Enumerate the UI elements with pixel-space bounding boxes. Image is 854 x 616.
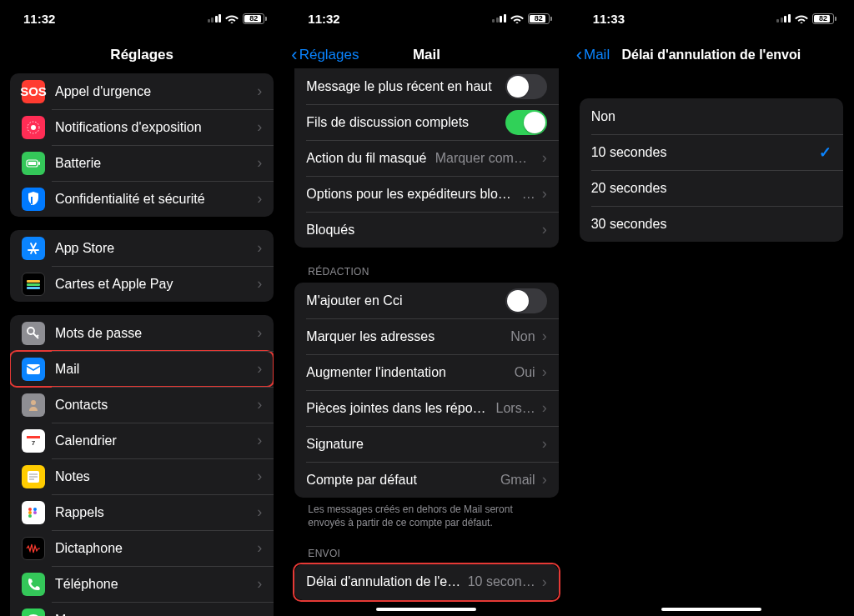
home-indicator[interactable] [376, 608, 476, 611]
wifi-icon [225, 13, 239, 23]
screen-undo-send-delay: 11:33 82 ‹ Mail Délai d'annulation de l'… [570, 0, 854, 616]
status-indicators: 82 [776, 13, 836, 24]
phone-icon [22, 573, 45, 596]
chevron-right-icon: › [257, 83, 262, 100]
toggle-bcc-myself[interactable] [505, 288, 547, 313]
toggle-recent-on-top[interactable] [505, 74, 547, 99]
row-default-account[interactable]: Compte par défaut Gmail › [294, 462, 558, 498]
appstore-icon [22, 237, 45, 260]
status-indicators: 82 [208, 13, 268, 24]
svg-point-10 [31, 400, 36, 405]
row-reply-attachments[interactable]: Pièces jointes dans les réponses Lors… › [294, 390, 558, 426]
chevron-right-icon: › [257, 396, 262, 413]
status-time: 11:32 [308, 12, 339, 26]
chevron-right-icon: › [542, 185, 547, 203]
calendar-icon: 7 [22, 429, 45, 453]
chevron-right-icon: › [257, 468, 262, 485]
row-passwords[interactable]: Mots de passe › [10, 315, 274, 351]
cellular-icon [776, 14, 791, 23]
svg-point-20 [28, 514, 32, 518]
row-complete-threads[interactable]: Fils de discussion complets [294, 104, 558, 140]
row-blocked[interactable]: Bloqués › [294, 212, 558, 248]
row-privacy[interactable]: Confidentialité et sécurité › [10, 181, 274, 217]
back-button[interactable]: ‹ Réglages [291, 46, 359, 64]
nav-title: Mail [413, 47, 440, 63]
row-signature[interactable]: Signature › [294, 426, 558, 462]
toggle-complete-threads[interactable] [505, 110, 547, 135]
group-envoi: Délai d'annulation de l'envoi 10 secon… … [294, 564, 558, 600]
status-bar: 11:32 82 [284, 0, 568, 37]
wallet-icon [22, 273, 45, 296]
row-recent-on-top[interactable]: Message le plus récent en haut [294, 68, 558, 104]
row-app-store[interactable]: App Store › [10, 230, 274, 266]
chevron-right-icon: › [257, 432, 262, 449]
home-indicator[interactable] [661, 608, 761, 611]
chevron-right-icon: › [257, 118, 262, 136]
group-apps: Mots de passe › Mail › Contacts › 7 [10, 315, 274, 616]
chevron-right-icon: › [257, 275, 262, 293]
row-wallet[interactable]: Cartes et Apple Pay › [10, 266, 274, 302]
row-mark-addresses[interactable]: Marquer les adresses Non › [294, 318, 558, 354]
chevron-right-icon: › [257, 360, 262, 378]
chevron-right-icon: › [257, 503, 262, 521]
wifi-icon [510, 13, 524, 23]
contacts-icon [22, 393, 45, 417]
settings-content[interactable]: SOS Appel d'urgence › Notifications d'ex… [0, 73, 284, 616]
svg-rect-9 [27, 364, 40, 374]
row-contacts[interactable]: Contacts › [10, 387, 274, 423]
section-header-redaction: RÉDACTION [308, 266, 545, 278]
chevron-right-icon: › [542, 399, 547, 417]
row-muted-thread-action[interactable]: Action du fil masqué Marquer comme lu › [294, 140, 558, 176]
group-delay-options: Non 10 secondes ✓ 20 secondes 30 seconde… [580, 98, 843, 242]
svg-point-18 [28, 508, 32, 511]
row-calendar[interactable]: 7 Calendrier › [10, 423, 274, 458]
row-phone[interactable]: Téléphone › [10, 566, 274, 602]
row-exposure-notifications[interactable]: Notifications d'exposition › [10, 109, 274, 145]
row-emergency-sos[interactable]: SOS Appel d'urgence › [10, 73, 274, 109]
screen-settings: 11:32 82 Réglages SOS Appel d'urgence › … [0, 0, 284, 616]
option-30-seconds[interactable]: 30 secondes [580, 206, 843, 242]
chevron-right-icon: › [542, 573, 547, 591]
sos-icon: SOS [22, 80, 45, 103]
chevron-right-icon: › [257, 575, 262, 593]
chevron-right-icon: › [257, 324, 262, 342]
chevron-right-icon: › [542, 221, 547, 238]
delay-content[interactable]: Non 10 secondes ✓ 20 secondes 30 seconde… [570, 73, 853, 616]
chevron-right-icon: › [257, 611, 262, 616]
svg-rect-7 [27, 287, 40, 289]
row-dictaphone[interactable]: Dictaphone › [10, 530, 274, 566]
chevron-left-icon: ‹ [576, 46, 582, 64]
back-button[interactable]: ‹ Mail [576, 46, 610, 64]
svg-point-19 [28, 511, 32, 514]
row-bcc-myself[interactable]: M'ajouter en Cci [294, 283, 558, 318]
chevron-right-icon: › [542, 363, 547, 381]
notes-icon [22, 465, 45, 488]
screen-mail-settings: 11:32 82 ‹ Réglages Mail Message le plus… [284, 0, 569, 616]
nav-bar: ‹ Mail Délai d'annulation de l'envoi [570, 37, 853, 73]
row-blocked-sender-options[interactable]: Options pour les expéditeurs bloqués … › [294, 176, 558, 212]
row-messages[interactable]: Messages › [10, 602, 274, 616]
option-20-seconds[interactable]: 20 secondes [580, 170, 843, 206]
svg-point-21 [33, 508, 37, 511]
row-reminders[interactable]: Rappels › [10, 494, 274, 530]
checkmark-icon: ✓ [819, 143, 831, 162]
highlight-send-delay: Délai d'annulation de l'envoi 10 secon… … [293, 563, 560, 602]
row-battery[interactable]: Batterie › [10, 145, 274, 181]
chevron-right-icon: › [542, 149, 547, 167]
option-non[interactable]: Non [580, 98, 843, 134]
privacy-icon [22, 188, 45, 211]
chevron-right-icon: › [542, 328, 547, 345]
mail-content[interactable]: Message le plus récent en haut Fils de d… [284, 68, 568, 616]
chevron-right-icon: › [257, 190, 262, 208]
row-mail[interactable]: Mail › [10, 351, 274, 387]
option-10-seconds[interactable]: 10 secondes ✓ [580, 134, 843, 170]
svg-rect-5 [27, 280, 40, 283]
row-undo-send-delay[interactable]: Délai d'annulation de l'envoi 10 secon… … [294, 564, 558, 600]
mail-icon [22, 358, 45, 381]
group-redaction: M'ajouter en Cci Marquer les adresses No… [294, 283, 558, 498]
cellular-icon [492, 14, 506, 23]
row-notes[interactable]: Notes › [10, 458, 274, 494]
cellular-icon [208, 14, 222, 23]
status-indicators: 82 [492, 13, 552, 24]
row-increase-quote[interactable]: Augmenter l'indentation Oui › [294, 354, 558, 390]
